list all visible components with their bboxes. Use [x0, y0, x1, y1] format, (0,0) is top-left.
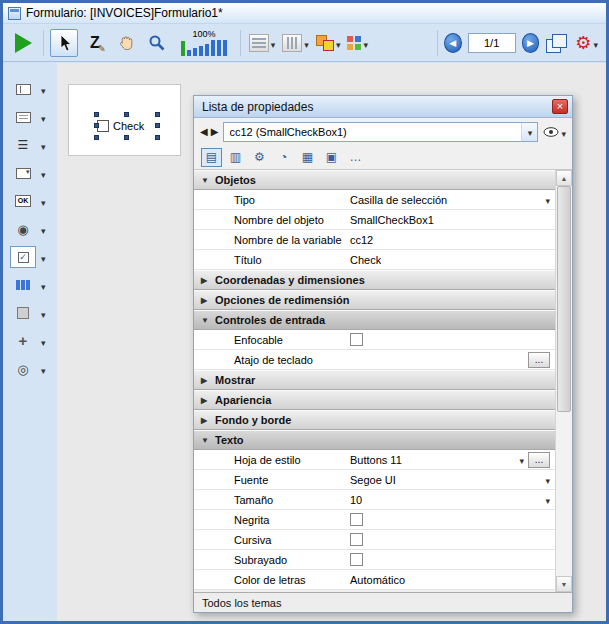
section-header-fondo[interactable]: ▶Fondo y borde: [194, 410, 555, 430]
entry-order-tool-button[interactable]: Z✎: [81, 29, 109, 57]
chevron-down-icon[interactable]: [336, 34, 341, 52]
color-letras-value[interactable]: Automático: [346, 574, 555, 586]
chevron-down-icon[interactable]: [545, 494, 550, 506]
execute-form-button[interactable]: [9, 29, 37, 57]
object-nav-arrows[interactable]: ◀▶: [200, 126, 218, 137]
chevron-down-icon[interactable]: [363, 34, 368, 52]
hoja-estilo-dropdown[interactable]: Buttons 11 ...: [346, 452, 555, 468]
scroll-up-icon[interactable]: ▲: [556, 170, 572, 186]
selection-handle[interactable]: [124, 135, 129, 140]
chevron-down-icon[interactable]: [41, 192, 46, 210]
tab-more[interactable]: …: [345, 148, 366, 167]
selected-checkbox-widget[interactable]: Check: [97, 115, 157, 137]
chevron-down-icon[interactable]: [41, 360, 46, 378]
hand-tool-button[interactable]: [112, 29, 140, 57]
form-pages-button[interactable]: [542, 29, 570, 57]
zoom-level-widget[interactable]: 100%: [176, 29, 232, 56]
chevron-down-icon[interactable]: [561, 123, 566, 141]
previous-object-icon[interactable]: ◀: [200, 126, 208, 137]
section-header-texto[interactable]: ▼Texto: [194, 430, 555, 450]
align-tool-button[interactable]: [247, 29, 278, 57]
object-level-tool-button[interactable]: [314, 29, 343, 57]
properties-scrollbar[interactable]: ▲ ▼: [555, 170, 572, 592]
chevron-down-icon[interactable]: [41, 108, 46, 126]
tab-object[interactable]: ▥: [225, 148, 246, 167]
settings-gear-button[interactable]: ⚙: [573, 29, 600, 57]
tipo-value-dropdown[interactable]: Casilla de selección: [346, 194, 555, 206]
tab-data[interactable]: ◔: [273, 148, 294, 167]
sidebar-tool-splitter[interactable]: +: [3, 327, 57, 355]
visibility-button[interactable]: [543, 123, 566, 141]
sidebar-tool-radio-button[interactable]: ◉: [3, 215, 57, 243]
chevron-down-icon[interactable]: [304, 34, 309, 52]
chevron-down-icon[interactable]: [41, 276, 46, 294]
negrita-checkbox[interactable]: [350, 513, 363, 526]
chevron-down-icon[interactable]: [593, 34, 598, 52]
sidebar-tool-hierarchical-list[interactable]: ☰: [3, 131, 57, 159]
selection-handle[interactable]: [94, 135, 99, 140]
tamano-dropdown[interactable]: 10: [346, 494, 555, 506]
cursiva-checkbox[interactable]: [350, 533, 363, 546]
nombre-variable-value[interactable]: cc12: [346, 234, 555, 246]
zoom-bars-icon[interactable]: [181, 39, 227, 56]
chevron-down-icon[interactable]: [41, 332, 46, 350]
sidebar-tool-button-grid[interactable]: [3, 271, 57, 299]
distribute-tool-button[interactable]: [280, 29, 311, 57]
previous-page-button[interactable]: ◀: [444, 33, 462, 53]
subrayado-checkbox[interactable]: [350, 553, 363, 566]
selection-handle[interactable]: [155, 123, 160, 128]
property-list-title-bar[interactable]: Lista de propiedades ×: [194, 96, 572, 118]
chevron-down-icon[interactable]: [271, 34, 276, 52]
selection-handle[interactable]: [94, 112, 99, 117]
section-header-apariencia[interactable]: ▶Apariencia: [194, 390, 555, 410]
close-button[interactable]: ×: [552, 99, 568, 114]
atajo-value[interactable]: ...: [346, 352, 555, 368]
ellipsis-button[interactable]: ...: [528, 352, 550, 368]
chevron-down-icon[interactable]: [41, 136, 46, 154]
dropdown-button[interactable]: [521, 123, 537, 141]
next-page-button[interactable]: ▶: [522, 33, 540, 53]
tab-appearance[interactable]: ▦: [297, 148, 318, 167]
selection-handle[interactable]: [155, 112, 160, 117]
tab-settings[interactable]: ⚙: [249, 148, 270, 167]
zoom-tool-button[interactable]: [143, 29, 171, 57]
chevron-down-icon[interactable]: [545, 194, 550, 206]
section-header-redimension[interactable]: ▶Opciones de redimensión: [194, 290, 555, 310]
selection-handle[interactable]: [94, 123, 99, 128]
sidebar-tool-button[interactable]: OK: [3, 187, 57, 215]
chevron-down-icon[interactable]: [41, 220, 46, 238]
sidebar-tool-input-field[interactable]: [3, 103, 57, 131]
object-selector-dropdown[interactable]: cc12 (SmallCheckBox1): [223, 122, 538, 142]
pointer-tool-button[interactable]: [50, 29, 78, 57]
sidebar-tool-rectangle[interactable]: [3, 299, 57, 327]
section-header-mostrar[interactable]: ▶Mostrar: [194, 370, 555, 390]
scroll-down-icon[interactable]: ▼: [556, 576, 572, 592]
chevron-down-icon[interactable]: [41, 80, 46, 98]
scrollbar-thumb[interactable]: [557, 186, 571, 412]
section-header-controles[interactable]: ▼Controles de entrada: [194, 310, 555, 330]
ellipsis-button[interactable]: ...: [528, 452, 550, 468]
chevron-down-icon[interactable]: [41, 304, 46, 322]
grid-magnet-tool-button[interactable]: [345, 29, 370, 57]
sidebar-tool-combo-box[interactable]: [3, 159, 57, 187]
chevron-down-icon[interactable]: [41, 248, 46, 266]
sidebar-tool-tab-control[interactable]: ◎: [3, 355, 57, 383]
form-editor-canvas[interactable]: Check Lista de propiedades × ◀▶ cc12 (Sm: [57, 63, 606, 621]
chevron-down-icon[interactable]: [519, 454, 524, 466]
nombre-objeto-value[interactable]: SmallCheckBox1: [346, 214, 555, 226]
form-page-area[interactable]: Check: [68, 84, 181, 156]
chevron-down-icon[interactable]: [41, 164, 46, 182]
section-header-coordenadas[interactable]: ▶Coordenadas y dimensiones: [194, 270, 555, 290]
selection-handle[interactable]: [155, 135, 160, 140]
tab-display[interactable]: ▣: [321, 148, 342, 167]
fuente-dropdown[interactable]: Segoe UI: [346, 474, 555, 486]
next-object-icon[interactable]: ▶: [211, 126, 219, 137]
enfocable-checkbox[interactable]: [350, 333, 363, 346]
scrollbar-track[interactable]: [556, 186, 572, 576]
sidebar-tool-text-area[interactable]: [3, 75, 57, 103]
section-header-objetos[interactable]: ▼Objetos: [194, 170, 555, 190]
chevron-down-icon[interactable]: [545, 474, 550, 486]
titulo-value[interactable]: Check: [346, 254, 555, 266]
title-bar[interactable]: Formulario: [INVOICES]Formulario1*: [3, 3, 606, 24]
selection-handle[interactable]: [124, 112, 129, 117]
